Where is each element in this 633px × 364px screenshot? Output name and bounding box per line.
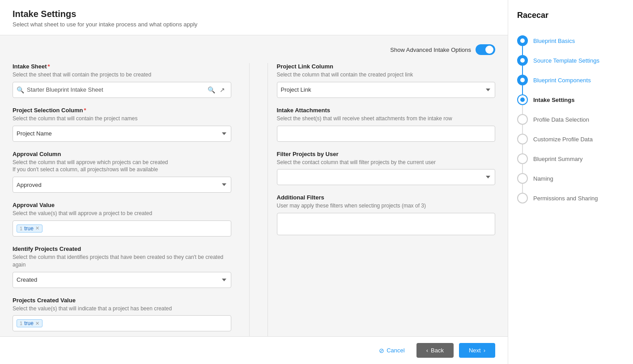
left-column: Intake Sheet* Select the sheet that will… xyxy=(13,63,231,336)
sidebar-label-profile-data: Profile Data Selection xyxy=(533,116,589,123)
intake-sheet-link-button[interactable]: ↗ xyxy=(217,85,227,94)
projects-created-value-label: Projects Created Value xyxy=(13,297,231,304)
project-link-section: Project Link Column Select the column th… xyxy=(277,63,496,98)
sidebar-label-blueprint-components: Blueprint Components xyxy=(533,77,591,84)
column-divider xyxy=(249,63,250,336)
sidebar-label-intake-settings: Intake Settings xyxy=(533,97,574,103)
projects-created-value-tag-close[interactable]: ✕ xyxy=(35,321,39,326)
approval-column-section: Approval Column Select the column that w… xyxy=(13,151,231,193)
toggle-slider xyxy=(476,44,495,55)
sidebar-item-blueprint-components[interactable]: Blueprint Components xyxy=(517,70,624,90)
sidebar-item-profile-data[interactable]: Profile Data Selection xyxy=(517,110,624,129)
sidebar-item-intake-settings[interactable]: Intake Settings xyxy=(517,90,624,110)
nav-dot-customize-profile xyxy=(517,134,528,144)
projects-created-value-input[interactable]: 1 true ✕ xyxy=(13,315,231,331)
cancel-icon: ⊘ xyxy=(379,347,384,354)
next-button[interactable]: Next › xyxy=(459,343,495,358)
nav-dot-intake-settings xyxy=(517,94,528,105)
advanced-toggle-row: Show Advanced Intake Options xyxy=(13,44,495,55)
filter-projects-desc: Select the contact column that will filt… xyxy=(277,159,496,166)
sidebar-app-name: Racecar xyxy=(517,11,624,20)
project-selection-section: Project Selection Column* Select the col… xyxy=(13,107,231,142)
sidebar-item-source-template[interactable]: Source Template Settings xyxy=(517,51,624,70)
additional-filters-label: Additional Filters xyxy=(277,194,496,201)
sidebar-item-blueprint-basics[interactable]: Blueprint Basics xyxy=(517,31,624,51)
sidebar-label-naming: Naming xyxy=(533,175,553,182)
sidebar-label-blueprint-basics: Blueprint Basics xyxy=(533,38,575,44)
sidebar-item-naming[interactable]: Naming xyxy=(517,169,624,188)
sidebar-item-blueprint-summary[interactable]: Blueprint Summary xyxy=(517,149,624,169)
nav-dot-blueprint-summary xyxy=(517,153,528,164)
projects-created-value-section: Projects Created Value Select the value(… xyxy=(13,297,231,332)
intake-sheet-input[interactable] xyxy=(27,86,203,93)
nav-dot-profile-data xyxy=(517,114,528,125)
nav-dot-blueprint-basics xyxy=(517,35,528,46)
filter-projects-section: Filter Projects by User Select the conta… xyxy=(277,151,496,186)
intake-sheet-section: Intake Sheet* Select the sheet that will… xyxy=(13,63,231,98)
sidebar-label-source-template: Source Template Settings xyxy=(533,57,599,64)
approval-value-input[interactable]: 1 true ✕ xyxy=(13,220,231,237)
identify-projects-section: Identify Projects Created Select the col… xyxy=(13,245,231,288)
intake-attachments-section: Intake Attachments Select the sheet(s) t… xyxy=(277,107,496,142)
approval-value-section: Approval Value Select the value(s) that … xyxy=(13,202,231,237)
nav-dot-source-template xyxy=(517,55,528,66)
intake-sheet-required: * xyxy=(48,63,50,70)
nav-dot-blueprint-components xyxy=(517,75,528,85)
project-link-desc: Select the column that will contain the … xyxy=(277,71,496,79)
page-title: Intake Settings xyxy=(13,9,495,19)
nav-dot-permissions xyxy=(517,193,528,203)
intake-sheet-search-button[interactable]: 🔍 xyxy=(205,85,217,94)
approval-column-label: Approval Column xyxy=(13,151,231,157)
sidebar: Racecar Blueprint Basics Source Template… xyxy=(508,0,633,364)
page-subtitle: Select what sheet to use for your intake… xyxy=(13,21,495,28)
advanced-toggle-label: Show Advanced Intake Options xyxy=(390,47,471,53)
filter-projects-label: Filter Projects by User xyxy=(277,151,496,157)
filter-projects-select[interactable] xyxy=(277,169,496,185)
project-link-select[interactable]: Project Link xyxy=(277,82,496,98)
sidebar-label-permissions: Permissions and Sharing xyxy=(533,195,598,202)
sidebar-item-customize-profile[interactable]: Customize Profile Data xyxy=(517,129,624,149)
form-area: Show Advanced Intake Options Intake Shee… xyxy=(0,35,508,336)
intake-attachments-label: Intake Attachments xyxy=(277,107,496,114)
project-link-label: Project Link Column xyxy=(277,63,496,70)
approval-column-desc: Select the column that will approve whic… xyxy=(13,159,231,174)
form-columns: Intake Sheet* Select the sheet that will… xyxy=(13,63,495,336)
nav-items: Blueprint Basics Source Template Setting… xyxy=(517,31,624,208)
additional-filters-section: Additional Filters User may apply these … xyxy=(277,194,496,235)
next-chevron-icon: › xyxy=(484,347,485,354)
intake-attachments-input[interactable] xyxy=(277,126,496,142)
page-header: Intake Settings Select what sheet to use… xyxy=(0,0,508,35)
identify-projects-select[interactable]: Created xyxy=(13,272,231,288)
intake-attachments-desc: Select the sheet(s) that will receive sh… xyxy=(277,115,496,123)
sidebar-label-customize-profile: Customize Profile Data xyxy=(533,136,593,143)
approval-value-desc: Select the value(s) that will approve a … xyxy=(13,210,231,217)
footer: ⊘ Cancel ‹ Back Next › xyxy=(0,336,508,364)
cancel-button[interactable]: ⊘ Cancel xyxy=(373,343,411,358)
project-selection-select[interactable]: Project Name xyxy=(13,126,231,142)
search-icon: 🔍 xyxy=(17,86,24,93)
project-selection-desc: Select the column that will contain the … xyxy=(13,115,231,123)
intake-sheet-label: Intake Sheet* xyxy=(13,63,231,70)
intake-sheet-actions: 🔍 ↗ xyxy=(205,85,227,94)
identify-projects-label: Identify Projects Created xyxy=(13,245,231,252)
projects-created-value-tag: 1 true ✕ xyxy=(17,319,42,327)
additional-filters-desc: User may apply these filters when select… xyxy=(277,202,496,210)
approval-value-tag: 1 true ✕ xyxy=(17,224,42,233)
approval-value-label: Approval Value xyxy=(13,202,231,208)
project-selection-label: Project Selection Column* xyxy=(13,107,231,114)
intake-sheet-input-wrapper: 🔍 🔍 ↗ xyxy=(13,82,231,98)
identify-projects-desc: Select the column that identifies projec… xyxy=(13,254,231,269)
projects-created-value-desc: Select the value(s) that will indicate t… xyxy=(13,305,231,313)
advanced-toggle-switch[interactable] xyxy=(476,44,495,55)
back-chevron-icon: ‹ xyxy=(426,347,428,354)
back-button[interactable]: ‹ Back xyxy=(416,343,454,358)
approval-value-tag-close[interactable]: ✕ xyxy=(35,226,39,231)
sidebar-item-permissions[interactable]: Permissions and Sharing xyxy=(517,188,624,208)
sidebar-label-blueprint-summary: Blueprint Summary xyxy=(533,156,583,162)
additional-filters-input[interactable] xyxy=(277,213,496,235)
right-column: Project Link Column Select the column th… xyxy=(268,63,496,336)
intake-sheet-desc: Select the sheet that will contain the p… xyxy=(13,71,231,79)
nav-dot-naming xyxy=(517,173,528,184)
approval-column-select[interactable]: Approved xyxy=(13,177,231,193)
